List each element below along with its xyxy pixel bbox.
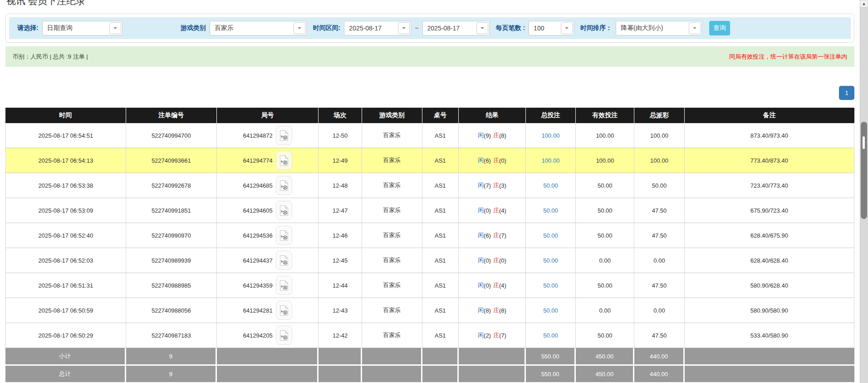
- chevron-down-icon[interactable]: [109, 22, 121, 34]
- cell-round: 641294872: [217, 123, 319, 148]
- date-to-select[interactable]: 2025-08-17: [422, 21, 490, 35]
- total-bet-link[interactable]: 50.00: [543, 207, 558, 214]
- cell-bet-id: 522740988985: [126, 273, 217, 298]
- game-type-value: 百家乐: [210, 24, 293, 32]
- video-icon[interactable]: [276, 151, 292, 170]
- cell-time: 2025-08-17 06:50:29: [5, 323, 126, 348]
- result-player-value: (6): [484, 157, 491, 164]
- sort-value: 降幂(由大到小): [616, 24, 688, 32]
- date-from-select[interactable]: 2025-08-17: [344, 21, 411, 35]
- footer-cell-note: [685, 366, 854, 382]
- sort-label: 时间排序：: [580, 24, 612, 32]
- chevron-down-icon[interactable]: [398, 22, 410, 34]
- video-icon[interactable]: [276, 251, 292, 270]
- query-mode-select[interactable]: 日期查询: [42, 21, 123, 35]
- video-icon[interactable]: [276, 126, 292, 145]
- total-bet-link[interactable]: 50.00: [543, 182, 558, 189]
- cell-session: 12-50: [319, 123, 362, 148]
- total-bet-link[interactable]: 50.00: [543, 232, 558, 239]
- cell-valid-bet: 50.00: [576, 273, 634, 298]
- video-icon[interactable]: [276, 201, 292, 220]
- betting-records-table: 时间注单编号局号场次游戏类别桌号结果总投注有效投注总派彩备注 2025-08-1…: [5, 108, 854, 383]
- total-bet-link[interactable]: 50.00: [543, 257, 558, 264]
- cell-total-bet: 50.00: [526, 273, 576, 298]
- total-bet-link[interactable]: 50.00: [543, 307, 558, 314]
- search-button[interactable]: 查询: [709, 21, 730, 35]
- per-page-select[interactable]: 100: [529, 21, 574, 35]
- cell-table-no: AS1: [422, 273, 459, 298]
- total-bet-link[interactable]: 50.00: [543, 332, 558, 339]
- result-banker-label: 庄: [493, 331, 499, 339]
- result-banker-value: (8): [499, 132, 506, 139]
- cell-table-no: AS1: [422, 223, 459, 248]
- cell-valid-bet: 0.00: [576, 298, 634, 323]
- per-page-label: 每页笔数 :: [496, 24, 525, 32]
- cell-round: 641294685: [217, 173, 319, 198]
- video-icon[interactable]: [276, 326, 292, 345]
- scrollbar-track[interactable]: ▲: [860, 0, 868, 383]
- cell-note: 873.40/973.40: [685, 123, 854, 148]
- cell-note: 533.40/580.90: [685, 323, 854, 348]
- cell-total-bet: 50.00: [526, 198, 576, 223]
- video-icon[interactable]: [276, 276, 292, 295]
- result-banker-value: (7): [499, 232, 506, 239]
- date-range-tilde: ~: [415, 25, 418, 32]
- video-icon[interactable]: [276, 301, 292, 320]
- footer-cell-bet-id: 9: [126, 348, 217, 364]
- query-mode-value: 日期查询: [43, 24, 108, 32]
- table-row: 2025-08-17 06:54:51522740994700641294872…: [5, 123, 854, 148]
- cell-bet-id: 522740989939: [126, 248, 217, 273]
- result-player-label: 闲: [478, 131, 484, 139]
- result-player-label: 闲: [478, 206, 484, 214]
- result-banker-label: 庄: [493, 256, 499, 264]
- result-player-value: (7): [484, 182, 491, 189]
- cell-result: 闲(6)庄(7): [459, 223, 526, 248]
- result-banker-label: 庄: [493, 206, 499, 214]
- cell-session: 12-45: [319, 248, 362, 273]
- chevron-down-icon[interactable]: [689, 22, 701, 34]
- result-player-value: (0): [484, 257, 491, 264]
- video-icon[interactable]: [276, 176, 292, 195]
- game-type-group: 游戏类别 百家乐: [181, 21, 307, 35]
- scrollbar-thumb[interactable]: [861, 122, 867, 219]
- chevron-down-icon[interactable]: [476, 22, 488, 34]
- cell-session: 12-42: [319, 323, 362, 348]
- total-bet-link[interactable]: 100.00: [542, 157, 560, 164]
- scroll-up-icon[interactable]: ▲: [860, 0, 868, 7]
- table-row: 2025-08-17 06:53:09522740991851641294605…: [5, 198, 854, 223]
- cell-round: 641294437: [217, 248, 319, 273]
- cell-bet-id: 522740992678: [126, 173, 217, 198]
- cell-payout: 47.50: [634, 273, 684, 298]
- result-player-label: 闲: [478, 331, 484, 339]
- col-header-time: 时间: [5, 108, 126, 123]
- table-footer: 小计9550.00450.00440.00总计9550.00450.00440.…: [5, 348, 854, 383]
- total-bet-link[interactable]: 50.00: [543, 282, 558, 289]
- game-type-select[interactable]: 百家乐: [210, 21, 307, 35]
- cell-payout: 47.50: [634, 323, 684, 348]
- chevron-down-icon[interactable]: [294, 22, 305, 34]
- date-from-value: 2025-08-17: [344, 25, 397, 32]
- result-banker-label: 庄: [493, 281, 499, 289]
- result-banker-label: 庄: [493, 156, 499, 164]
- result-player-value: (8): [484, 307, 491, 314]
- result-player-label: 闲: [478, 231, 484, 239]
- total-bet-link[interactable]: 100.00: [542, 132, 560, 139]
- table-row: 2025-08-17 06:52:03522740989939641294437…: [5, 248, 854, 273]
- page-1-button[interactable]: 1: [839, 86, 854, 100]
- result-banker-value: (4): [499, 282, 506, 289]
- col-header-payout: 总派彩: [634, 108, 684, 123]
- table-row-highlighted: 2025-08-17 06:54:13522740993661641294774…: [5, 148, 854, 173]
- same-round-notice: 同局有效投注，统一计算在该局第一张注单内: [729, 53, 847, 61]
- col-header-bet-id: 注单编号: [126, 108, 217, 123]
- video-icon[interactable]: [276, 226, 292, 245]
- cell-time: 2025-08-17 06:52:03: [5, 248, 126, 273]
- chevron-down-icon[interactable]: [561, 22, 573, 34]
- page-title: 视讯 会员下注纪录: [6, 0, 854, 7]
- cell-session: 12-44: [319, 273, 362, 298]
- sort-select[interactable]: 降幂(由大到小): [616, 21, 702, 35]
- table-row: 2025-08-17 06:50:29522740987183641294205…: [5, 323, 854, 348]
- footer-cell-session: [319, 348, 362, 364]
- footer-cell-valid-bet: 450.00: [576, 366, 634, 382]
- cell-game-type: 百家乐: [362, 298, 422, 323]
- result-banker-value: (0): [499, 257, 506, 264]
